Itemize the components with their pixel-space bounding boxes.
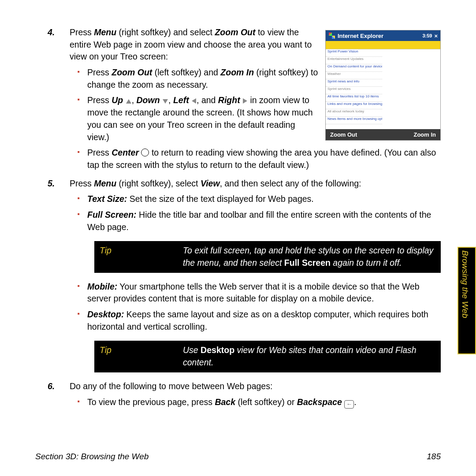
step-5-desktop: Desktop: Keeps the same layout and size …	[70, 309, 441, 333]
step-4-sub-1: Press Zoom Out (left softkey) and Zoom I…	[70, 67, 441, 91]
tip-box-2: Tip Use Desktop view for Web sites that …	[94, 341, 441, 372]
down-arrow-icon	[162, 99, 168, 104]
svg-marker-1	[163, 99, 168, 104]
step-5-mobile: Mobile: Your smartphone tells the Web se…	[70, 281, 441, 305]
tip-label: Tip	[94, 241, 178, 272]
step-number: 6.	[48, 380, 55, 393]
side-tab-label: Browsing the Web	[459, 250, 471, 318]
left-arrow-icon	[191, 98, 197, 104]
tip-box-1: Tip To exit full screen, tap and hold th…	[94, 241, 441, 272]
center-button-icon	[141, 149, 149, 156]
tip-content: Use Desktop view for Web sites that cont…	[178, 341, 441, 372]
tip-label: Tip	[94, 341, 178, 372]
svg-marker-2	[192, 98, 196, 104]
step-number: 5.	[48, 178, 55, 190]
right-arrow-icon	[242, 98, 248, 104]
side-tab: Browsing the Web	[457, 247, 476, 354]
tip-content: To exit full screen, tap and hold the st…	[178, 241, 441, 272]
step-5-textsize: Text Size: Set the size of the text disp…	[70, 193, 441, 205]
step-5: 5. Press Menu (right softkey), select Vi…	[35, 178, 441, 372]
svg-marker-0	[126, 99, 131, 104]
up-arrow-icon	[126, 99, 132, 104]
step-4: 4. Press Menu (right softkey) and select…	[35, 26, 441, 171]
step-number: 4.	[48, 26, 55, 39]
step-6: 6. Do any of the following to move betwe…	[35, 380, 441, 409]
page-footer: Section 3D: Browsing the Web 185	[35, 451, 441, 463]
footer-page-number: 185	[427, 451, 441, 463]
step-6-sub-1: To view the previous page, press Back (l…	[70, 396, 441, 409]
svg-marker-3	[243, 98, 247, 104]
step-4-sub-2: Press Up , Down , Left , and Right in zo…	[70, 94, 441, 143]
step-4-sub-3: Press Center to return to reading view s…	[70, 147, 441, 171]
footer-section: Section 3D: Browsing the Web	[35, 451, 149, 463]
step-5-fullscreen: Full Screen: Hide the title bar and tool…	[70, 209, 441, 233]
page-content: Internet Explorer 3:59 × Sprint Power Vi…	[35, 26, 441, 458]
backspace-key-icon: ←	[344, 400, 354, 409]
